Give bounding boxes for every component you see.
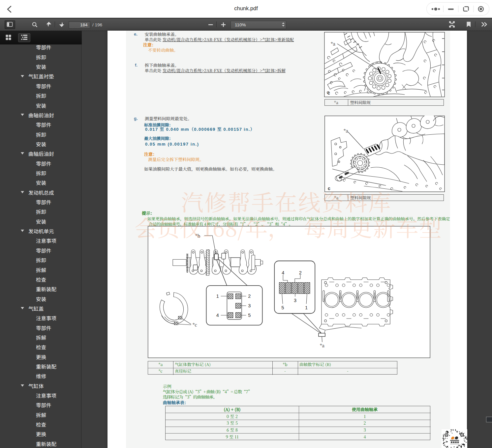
svg-text:1: 1 xyxy=(216,294,219,299)
svg-text:5: 5 xyxy=(281,305,284,310)
svg-text:4: 4 xyxy=(216,313,219,318)
svg-text:c: c xyxy=(327,90,330,96)
svg-text:1: 1 xyxy=(305,305,308,310)
svg-text:*a: *a xyxy=(331,40,335,47)
svg-text:3: 3 xyxy=(248,303,251,308)
svg-text:*c: *c xyxy=(193,321,197,328)
svg-text:2: 2 xyxy=(299,270,302,275)
svg-text:*a: *a xyxy=(344,127,348,134)
svg-text:5: 5 xyxy=(248,313,251,318)
svg-text:*a: *a xyxy=(320,342,324,349)
svg-text:3: 3 xyxy=(294,298,296,303)
svg-text:4: 4 xyxy=(282,270,284,275)
svg-text:2: 2 xyxy=(248,294,251,299)
